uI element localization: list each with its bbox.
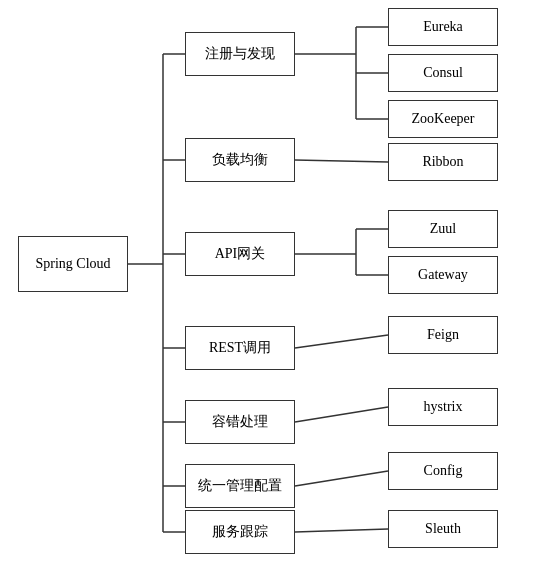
sleuth-label: Sleuth <box>425 521 461 537</box>
spring-cloud-node: Spring Cloud <box>18 236 128 292</box>
ribbon-node: Ribbon <box>388 143 498 181</box>
consul-label: Consul <box>423 65 463 81</box>
svg-line-19 <box>295 335 388 348</box>
svg-line-22 <box>295 529 388 532</box>
zookeeper-label: ZooKeeper <box>412 111 475 127</box>
registration-node: 注册与发现 <box>185 32 295 76</box>
feign-node: Feign <box>388 316 498 354</box>
gateway-label: Gateway <box>418 267 468 283</box>
fault-tolerance-label: 容错处理 <box>212 413 268 431</box>
tracing-label: 服务跟踪 <box>212 523 268 541</box>
load-balance-label: 负载均衡 <box>212 151 268 169</box>
config-label: Config <box>424 463 463 479</box>
svg-line-14 <box>295 160 388 162</box>
registration-label: 注册与发现 <box>205 45 275 63</box>
zookeeper-node: ZooKeeper <box>388 100 498 138</box>
config-mgmt-label: 统一管理配置 <box>198 477 282 495</box>
zuul-label: Zuul <box>430 221 456 237</box>
config-mgmt-node: 统一管理配置 <box>185 464 295 508</box>
svg-line-20 <box>295 407 388 422</box>
load-balance-node: 负载均衡 <box>185 138 295 182</box>
feign-label: Feign <box>427 327 459 343</box>
zuul-node: Zuul <box>388 210 498 248</box>
eureka-node: Eureka <box>388 8 498 46</box>
api-gateway-node: API网关 <box>185 232 295 276</box>
diagram: Spring Cloud 注册与发现 负载均衡 API网关 REST调用 容错处… <box>0 0 549 568</box>
gateway-node: Gateway <box>388 256 498 294</box>
tracing-node: 服务跟踪 <box>185 510 295 554</box>
rest-call-label: REST调用 <box>209 339 271 357</box>
hystrix-node: hystrix <box>388 388 498 426</box>
spring-cloud-label: Spring Cloud <box>35 256 110 272</box>
rest-call-node: REST调用 <box>185 326 295 370</box>
eureka-label: Eureka <box>423 19 463 35</box>
api-gateway-label: API网关 <box>215 245 266 263</box>
fault-tolerance-node: 容错处理 <box>185 400 295 444</box>
config-node: Config <box>388 452 498 490</box>
hystrix-label: hystrix <box>424 399 463 415</box>
sleuth-node: Sleuth <box>388 510 498 548</box>
consul-node: Consul <box>388 54 498 92</box>
ribbon-label: Ribbon <box>422 154 463 170</box>
svg-line-21 <box>295 471 388 486</box>
